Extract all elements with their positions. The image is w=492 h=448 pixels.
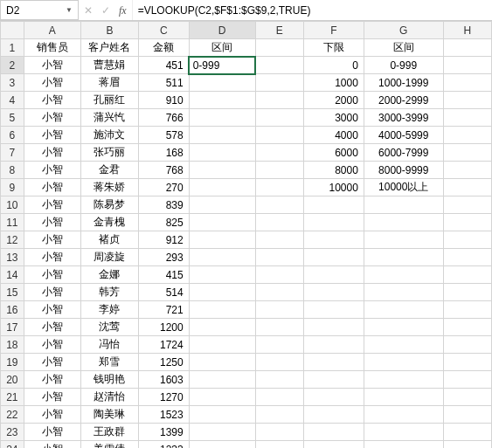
cell-H14[interactable] bbox=[443, 266, 491, 284]
cell-F3[interactable]: 1000 bbox=[303, 74, 364, 92]
cell-C21[interactable]: 1270 bbox=[139, 389, 190, 406]
cell-F9[interactable]: 10000 bbox=[303, 179, 364, 196]
cell-D11[interactable] bbox=[189, 214, 255, 231]
row-header[interactable]: 19 bbox=[1, 354, 24, 371]
cell-A18[interactable]: 小智 bbox=[24, 336, 80, 354]
cell-C15[interactable]: 514 bbox=[139, 284, 190, 301]
cell-E8[interactable] bbox=[255, 162, 303, 179]
formula-input[interactable] bbox=[133, 0, 492, 20]
cell-D16[interactable] bbox=[189, 301, 255, 319]
row-header[interactable]: 20 bbox=[1, 371, 24, 389]
cell-H24[interactable] bbox=[443, 441, 491, 449]
row-header[interactable]: 11 bbox=[1, 214, 24, 231]
cell-E24[interactable] bbox=[255, 441, 303, 449]
cell-A9[interactable]: 小智 bbox=[24, 179, 80, 196]
cell-C17[interactable]: 1200 bbox=[139, 319, 190, 336]
cell-A16[interactable]: 小智 bbox=[24, 301, 80, 319]
cell-D21[interactable] bbox=[189, 389, 255, 406]
cell-C2[interactable]: 451 bbox=[139, 57, 190, 74]
cell-C8[interactable]: 768 bbox=[139, 162, 190, 179]
cell-F11[interactable] bbox=[303, 214, 364, 231]
cell-D14[interactable] bbox=[189, 266, 255, 284]
row-header[interactable]: 1 bbox=[1, 39, 24, 57]
cell-F15[interactable] bbox=[303, 284, 364, 301]
cell-H22[interactable] bbox=[443, 406, 491, 424]
cell-A3[interactable]: 小智 bbox=[24, 74, 80, 92]
cell-H7[interactable] bbox=[443, 144, 491, 162]
cell-B22[interactable]: 陶美琳 bbox=[80, 406, 138, 424]
cell-H18[interactable] bbox=[443, 336, 491, 354]
cell-H20[interactable] bbox=[443, 371, 491, 389]
cell-G6[interactable]: 4000-5999 bbox=[364, 127, 443, 144]
cell-F20[interactable] bbox=[303, 371, 364, 389]
cell-G20[interactable] bbox=[364, 371, 443, 389]
cell-D10[interactable] bbox=[189, 196, 255, 214]
cell-E10[interactable] bbox=[255, 196, 303, 214]
cell-B11[interactable]: 金青槐 bbox=[80, 214, 138, 231]
cell-C1[interactable]: 金额 bbox=[139, 39, 190, 57]
row-header[interactable]: 7 bbox=[1, 144, 24, 162]
cell-G3[interactable]: 1000-1999 bbox=[364, 74, 443, 92]
cell-A15[interactable]: 小智 bbox=[24, 284, 80, 301]
row-header[interactable]: 21 bbox=[1, 389, 24, 406]
cell-A5[interactable]: 小智 bbox=[24, 109, 80, 127]
cell-H1[interactable] bbox=[443, 39, 491, 57]
cell-B5[interactable]: 蒲兴忾 bbox=[80, 109, 138, 127]
cell-D19[interactable] bbox=[189, 354, 255, 371]
row-header[interactable]: 5 bbox=[1, 109, 24, 127]
cell-C16[interactable]: 721 bbox=[139, 301, 190, 319]
cell-A20[interactable]: 小智 bbox=[24, 371, 80, 389]
cell-D17[interactable] bbox=[189, 319, 255, 336]
cell-H3[interactable] bbox=[443, 74, 491, 92]
cell-F16[interactable] bbox=[303, 301, 364, 319]
cell-A19[interactable]: 小智 bbox=[24, 354, 80, 371]
cell-H15[interactable] bbox=[443, 284, 491, 301]
cell-H6[interactable] bbox=[443, 127, 491, 144]
cell-C23[interactable]: 1399 bbox=[139, 424, 190, 441]
cell-B12[interactable]: 褚贞 bbox=[80, 231, 138, 249]
column-header-A[interactable]: A bbox=[24, 22, 80, 39]
cell-H5[interactable] bbox=[443, 109, 491, 127]
cell-F23[interactable] bbox=[303, 424, 364, 441]
cell-B10[interactable]: 陈易梦 bbox=[80, 196, 138, 214]
cell-H10[interactable] bbox=[443, 196, 491, 214]
cell-C13[interactable]: 293 bbox=[139, 249, 190, 266]
cell-A4[interactable]: 小智 bbox=[24, 92, 80, 109]
cell-B1[interactable]: 客户姓名 bbox=[80, 39, 138, 57]
cell-A10[interactable]: 小智 bbox=[24, 196, 80, 214]
cell-E22[interactable] bbox=[255, 406, 303, 424]
cell-C11[interactable]: 825 bbox=[139, 214, 190, 231]
cell-G1[interactable]: 区间 bbox=[364, 39, 443, 57]
cell-E17[interactable] bbox=[255, 319, 303, 336]
cell-E16[interactable] bbox=[255, 301, 303, 319]
cell-D3[interactable] bbox=[189, 74, 255, 92]
cell-C7[interactable]: 168 bbox=[139, 144, 190, 162]
cell-C5[interactable]: 766 bbox=[139, 109, 190, 127]
cell-D13[interactable] bbox=[189, 249, 255, 266]
cell-E18[interactable] bbox=[255, 336, 303, 354]
row-header[interactable]: 12 bbox=[1, 231, 24, 249]
cell-A21[interactable]: 小智 bbox=[24, 389, 80, 406]
cell-G9[interactable]: 10000以上 bbox=[364, 179, 443, 196]
column-header-F[interactable]: F bbox=[303, 22, 364, 39]
row-header[interactable]: 16 bbox=[1, 301, 24, 319]
cell-A24[interactable]: 小智 bbox=[24, 441, 80, 449]
cell-G12[interactable] bbox=[364, 231, 443, 249]
cell-B7[interactable]: 张巧丽 bbox=[80, 144, 138, 162]
cell-E13[interactable] bbox=[255, 249, 303, 266]
cell-C6[interactable]: 578 bbox=[139, 127, 190, 144]
cell-G24[interactable] bbox=[364, 441, 443, 449]
cell-E15[interactable] bbox=[255, 284, 303, 301]
cell-G13[interactable] bbox=[364, 249, 443, 266]
cell-C3[interactable]: 511 bbox=[139, 74, 190, 92]
cell-E19[interactable] bbox=[255, 354, 303, 371]
column-header-E[interactable]: E bbox=[255, 22, 303, 39]
cell-G8[interactable]: 8000-9999 bbox=[364, 162, 443, 179]
cell-G11[interactable] bbox=[364, 214, 443, 231]
cell-G22[interactable] bbox=[364, 406, 443, 424]
cell-C19[interactable]: 1250 bbox=[139, 354, 190, 371]
row-header[interactable]: 14 bbox=[1, 266, 24, 284]
row-header[interactable]: 6 bbox=[1, 127, 24, 144]
cell-C20[interactable]: 1603 bbox=[139, 371, 190, 389]
cell-G18[interactable] bbox=[364, 336, 443, 354]
